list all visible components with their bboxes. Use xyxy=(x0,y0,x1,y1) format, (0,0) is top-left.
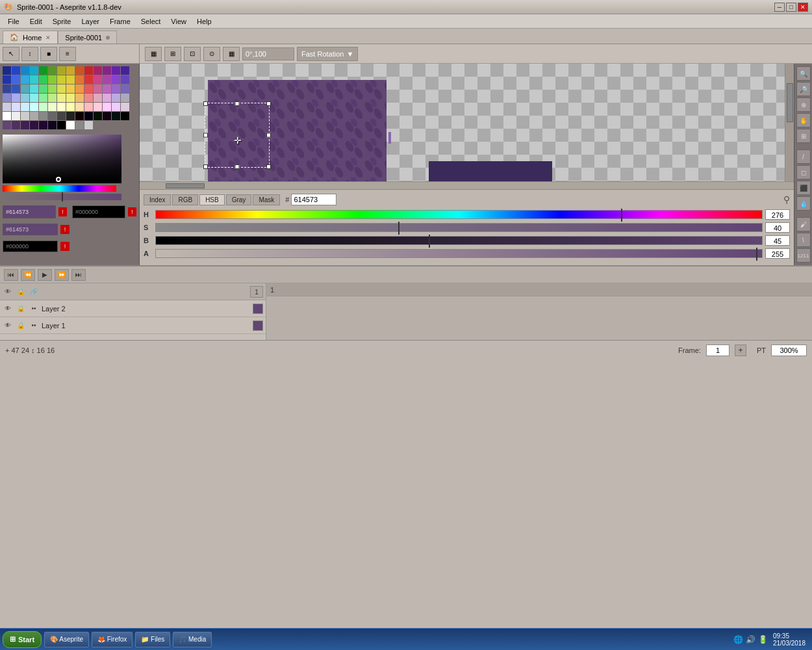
palette-cell-42[interactable] xyxy=(3,94,11,102)
handle-tl[interactable] xyxy=(203,101,208,106)
palette-cell-20[interactable] xyxy=(57,75,66,84)
palette-cell-72[interactable] xyxy=(21,112,29,120)
handle-ml[interactable] xyxy=(203,133,208,138)
lock-icon-1[interactable]: 🔒 xyxy=(16,320,26,331)
s-value[interactable]: 40 xyxy=(765,222,790,233)
palette-cell-23[interactable] xyxy=(84,75,93,84)
palette-cell-62[interactable] xyxy=(57,103,66,111)
palette-cell-2[interactable] xyxy=(21,66,29,75)
palette-cell-33[interactable] xyxy=(48,84,57,93)
menu-item-edit[interactable]: Edit xyxy=(25,16,47,27)
pan-btn[interactable]: ✋ xyxy=(796,113,811,127)
palette-cell-89[interactable] xyxy=(48,121,57,129)
palette-cell-5[interactable] xyxy=(48,66,57,75)
palette-cell-69[interactable] xyxy=(121,103,129,111)
palette-cell-4[interactable] xyxy=(39,66,47,75)
tab-0[interactable]: 🏠Home✕ xyxy=(3,31,58,44)
palette-cell-61[interactable] xyxy=(48,103,57,111)
palette-cell-66[interactable] xyxy=(94,103,102,111)
palette-cell-76[interactable] xyxy=(57,112,66,120)
palette-cell-85[interactable] xyxy=(12,121,20,129)
palette-cell-75[interactable] xyxy=(48,112,57,120)
palette-cell-65[interactable] xyxy=(84,103,93,111)
taskbar-item-media[interactable]: 🎵 Media xyxy=(173,632,212,647)
tab-index[interactable]: Index xyxy=(144,194,171,205)
palette-cell-18[interactable] xyxy=(39,75,47,84)
menu-item-file[interactable]: File xyxy=(3,16,25,27)
extra-btn[interactable]: 1211 xyxy=(796,248,811,263)
tab-1[interactable]: Sprite-0001 xyxy=(58,31,117,44)
palette-cell-34[interactable] xyxy=(57,84,66,93)
handle-bl[interactable] xyxy=(203,164,208,169)
menu-item-layer[interactable]: Layer xyxy=(76,16,105,27)
palette-cell-10[interactable] xyxy=(94,66,102,75)
palette-cell-28[interactable] xyxy=(3,84,11,93)
palette-cell-55[interactable] xyxy=(121,94,129,102)
palette-cell-32[interactable] xyxy=(39,84,47,93)
palette-cell-93[interactable] xyxy=(84,121,93,129)
tab-mask[interactable]: Mask xyxy=(253,194,280,205)
palette-cell-68[interactable] xyxy=(112,103,120,111)
opacity-slider[interactable] xyxy=(3,194,121,200)
palette-cell-83[interactable] xyxy=(121,112,129,120)
palette-cell-88[interactable] xyxy=(39,121,47,129)
lock-icon[interactable]: 🔒 xyxy=(16,287,26,297)
palette-cell-86[interactable] xyxy=(21,121,29,129)
symmetry-toggle[interactable]: ⊙ xyxy=(203,47,220,61)
palette-cell-50[interactable] xyxy=(75,94,84,102)
eraser-btn[interactable]: ◻ xyxy=(796,165,811,179)
palette-cell-64[interactable] xyxy=(75,103,84,111)
maximize-button[interactable]: □ xyxy=(786,3,796,12)
h-track[interactable] xyxy=(155,210,763,219)
menu-item-view[interactable]: View xyxy=(166,16,192,27)
palette-cell-47[interactable] xyxy=(48,94,57,102)
palette-cell-81[interactable] xyxy=(103,112,111,120)
tool-arrow[interactable]: ↖ xyxy=(3,47,19,61)
link-icon-1[interactable]: •• xyxy=(29,320,39,331)
vertical-scrollbar[interactable] xyxy=(785,64,794,181)
eye-icon-2[interactable]: 👁 xyxy=(3,304,13,314)
bg-warning[interactable]: ! xyxy=(128,207,136,216)
grid-snap[interactable]: ⊡ xyxy=(184,47,201,61)
link-icon-2[interactable]: •• xyxy=(29,304,39,314)
eye-icon[interactable]: 👁 xyxy=(3,287,13,297)
palette-cell-48[interactable] xyxy=(57,94,66,102)
palette-cell-40[interactable] xyxy=(112,84,120,93)
palette-cell-73[interactable] xyxy=(30,112,38,120)
palette-cell-12[interactable] xyxy=(112,66,120,75)
frame-input[interactable] xyxy=(706,344,730,356)
palette-cell-16[interactable] xyxy=(21,75,29,84)
palette-cell-51[interactable] xyxy=(84,94,93,102)
handle-br[interactable] xyxy=(266,164,271,169)
tool-move[interactable]: ↕ xyxy=(21,47,38,61)
palette-cell-59[interactable] xyxy=(30,103,38,111)
palette-cell-79[interactable] xyxy=(84,112,93,120)
eyedropper-btn[interactable]: 💧 xyxy=(796,196,811,211)
palette-cell-22[interactable] xyxy=(75,75,84,84)
zoom-fit-btn[interactable]: ⊕ xyxy=(796,98,811,112)
taskbar-item-files[interactable]: 📁 Files xyxy=(135,632,170,647)
palette-cell-25[interactable] xyxy=(103,75,111,84)
fg-warning2[interactable]: ! xyxy=(60,225,70,234)
play-prev-btn[interactable]: ⏪ xyxy=(21,269,35,281)
zoom-out-btn[interactable]: 🔎 xyxy=(796,82,811,96)
palette-cell-38[interactable] xyxy=(94,84,102,93)
palette-cell-6[interactable] xyxy=(57,66,66,75)
s-thumb[interactable] xyxy=(398,222,400,235)
hex-field[interactable] xyxy=(291,194,336,205)
palette-cell-63[interactable] xyxy=(66,103,75,111)
link-icon[interactable]: 🔗 xyxy=(29,287,39,297)
play-btn[interactable]: ▶ xyxy=(38,269,52,281)
palette-cell-21[interactable] xyxy=(66,75,75,84)
palette-cell-43[interactable] xyxy=(12,94,20,102)
palette-cell-91[interactable] xyxy=(66,121,75,129)
palette-cell-74[interactable] xyxy=(39,112,47,120)
zoom-input[interactable] xyxy=(771,344,807,356)
grid-toggle[interactable]: ▦ xyxy=(145,47,162,61)
palette-cell-35[interactable] xyxy=(66,84,75,93)
palette-cell-80[interactable] xyxy=(94,112,102,120)
handle-tm[interactable] xyxy=(235,101,240,106)
handle-tr[interactable] xyxy=(266,101,271,106)
taskbar-item-firefox[interactable]: 🦊 Firefox xyxy=(92,632,133,647)
canvas-viewport[interactable]: ✛ xyxy=(140,64,794,181)
